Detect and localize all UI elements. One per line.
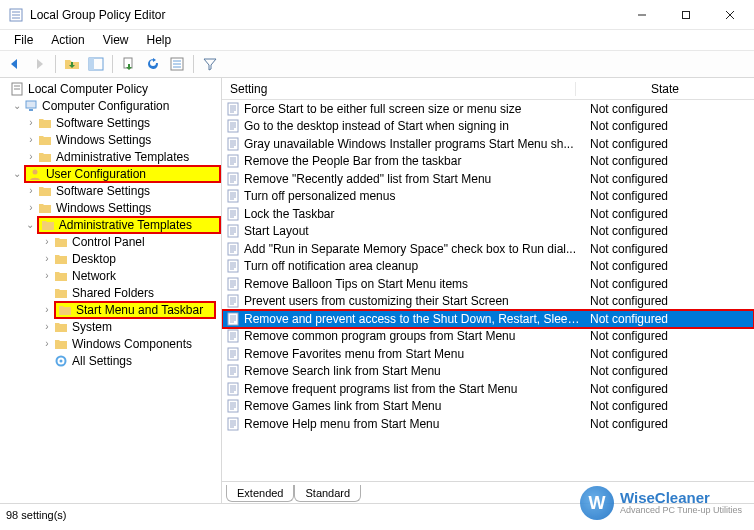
tree-network[interactable]: ›Network bbox=[0, 267, 221, 284]
menu-help[interactable]: Help bbox=[139, 32, 180, 48]
setting-state: Not configured bbox=[580, 347, 754, 361]
back-button[interactable] bbox=[4, 53, 26, 75]
toolbar-separator bbox=[193, 55, 194, 73]
expander-icon[interactable]: ⌄ bbox=[12, 100, 22, 111]
expander-icon[interactable]: › bbox=[42, 270, 52, 281]
list-row[interactable]: Remove frequent programs list from the S… bbox=[222, 380, 754, 398]
list-row[interactable]: Remove the People Bar from the taskbarNo… bbox=[222, 153, 754, 171]
setting-state: Not configured bbox=[580, 172, 754, 186]
filter-button[interactable] bbox=[199, 53, 221, 75]
setting-name: Lock the Taskbar bbox=[244, 207, 580, 221]
setting-state: Not configured bbox=[580, 189, 754, 203]
show-hide-tree-button[interactable] bbox=[85, 53, 107, 75]
maximize-button[interactable] bbox=[664, 1, 708, 29]
tree-user-configuration[interactable]: ⌄ User Configuration bbox=[0, 165, 221, 182]
setting-name: Remove Search link from Start Menu bbox=[244, 364, 580, 378]
expander-icon[interactable]: › bbox=[26, 134, 36, 145]
menu-action[interactable]: Action bbox=[43, 32, 92, 48]
tree-cc-software[interactable]: ›Software Settings bbox=[0, 114, 221, 131]
list-row[interactable]: Remove Search link from Start MenuNot co… bbox=[222, 363, 754, 381]
tree-label: Shared Folders bbox=[71, 286, 155, 300]
column-setting[interactable]: Setting bbox=[222, 82, 576, 96]
tree-label: All Settings bbox=[71, 354, 133, 368]
expander-icon[interactable]: › bbox=[26, 185, 36, 196]
list-row[interactable]: Remove "Recently added" list from Start … bbox=[222, 170, 754, 188]
setting-state: Not configured bbox=[580, 119, 754, 133]
expander-icon[interactable]: › bbox=[42, 321, 52, 332]
tree-uc-software[interactable]: ›Software Settings bbox=[0, 182, 221, 199]
tree-pane[interactable]: Local Computer Policy ⌄ Computer Configu… bbox=[0, 78, 222, 503]
forward-button[interactable] bbox=[28, 53, 50, 75]
tree-desktop[interactable]: ›Desktop bbox=[0, 250, 221, 267]
policy-icon bbox=[226, 137, 240, 151]
expander-icon[interactable]: ⌄ bbox=[12, 168, 22, 179]
list-body[interactable]: Force Start to be either full screen siz… bbox=[222, 100, 754, 481]
expander-icon[interactable]: › bbox=[26, 151, 36, 162]
svg-rect-48 bbox=[228, 190, 238, 202]
tree-cc-admin[interactable]: ›Administrative Templates bbox=[0, 148, 221, 165]
export-button[interactable] bbox=[118, 53, 140, 75]
tab-standard[interactable]: Standard bbox=[294, 485, 361, 502]
menu-view[interactable]: View bbox=[95, 32, 137, 48]
list-row[interactable]: Gray unavailable Windows Installer progr… bbox=[222, 135, 754, 153]
list-row[interactable]: Remove Games link from Start MenuNot con… bbox=[222, 398, 754, 416]
tree-control-panel[interactable]: ›Control Panel bbox=[0, 233, 221, 250]
close-button[interactable] bbox=[708, 1, 752, 29]
expander-icon[interactable]: › bbox=[26, 202, 36, 213]
list-row[interactable]: Remove Help menu from Start MenuNot conf… bbox=[222, 415, 754, 433]
expander-icon[interactable]: › bbox=[42, 304, 52, 315]
setting-name: Go to the desktop instead of Start when … bbox=[244, 119, 580, 133]
tab-extended[interactable]: Extended bbox=[226, 485, 294, 502]
list-row[interactable]: Remove common program groups from Start … bbox=[222, 328, 754, 346]
list-row[interactable]: Remove and prevent access to the Shut Do… bbox=[222, 310, 754, 328]
svg-rect-78 bbox=[228, 295, 238, 307]
list-row[interactable]: Go to the desktop instead of Start when … bbox=[222, 118, 754, 136]
list-row[interactable]: Prevent users from customizing their Sta… bbox=[222, 293, 754, 311]
list-row[interactable]: Remove Balloon Tips on Start Menu itemsN… bbox=[222, 275, 754, 293]
list-row[interactable]: Turn off notification area cleanupNot co… bbox=[222, 258, 754, 276]
menubar: File Action View Help bbox=[0, 30, 754, 50]
policy-icon bbox=[226, 154, 240, 168]
expander-icon[interactable]: › bbox=[42, 253, 52, 264]
menu-file[interactable]: File bbox=[6, 32, 41, 48]
svg-rect-9 bbox=[89, 58, 94, 70]
minimize-button[interactable] bbox=[620, 1, 664, 29]
tree-root[interactable]: Local Computer Policy bbox=[0, 80, 221, 97]
up-button[interactable] bbox=[61, 53, 83, 75]
tree-start-menu-taskbar[interactable]: › Start Menu and Taskbar bbox=[0, 301, 221, 318]
expander-icon[interactable]: › bbox=[26, 117, 36, 128]
list-row[interactable]: Remove Favorites menu from Start MenuNot… bbox=[222, 345, 754, 363]
policy-icon bbox=[226, 259, 240, 273]
policy-icon bbox=[226, 364, 240, 378]
list-row[interactable]: Lock the TaskbarNot configured bbox=[222, 205, 754, 223]
svg-rect-63 bbox=[228, 243, 238, 255]
policy-icon bbox=[226, 102, 240, 116]
list-row[interactable]: Force Start to be either full screen siz… bbox=[222, 100, 754, 118]
properties-button[interactable] bbox=[166, 53, 188, 75]
list-header: Setting State bbox=[222, 78, 754, 100]
policy-icon bbox=[226, 294, 240, 308]
list-pane: Setting State Force Start to be either f… bbox=[222, 78, 754, 503]
svg-rect-38 bbox=[228, 155, 238, 167]
tree-shared-folders[interactable]: ›Shared Folders bbox=[0, 284, 221, 301]
tree-cc-windows[interactable]: ›Windows Settings bbox=[0, 131, 221, 148]
column-state[interactable]: State bbox=[576, 82, 754, 96]
tree-uc-admin[interactable]: ⌄ Administrative Templates bbox=[0, 216, 221, 233]
tree-windows-components[interactable]: ›Windows Components bbox=[0, 335, 221, 352]
list-row[interactable]: Start LayoutNot configured bbox=[222, 223, 754, 241]
expander-icon[interactable]: ⌄ bbox=[26, 219, 35, 230]
setting-name: Remove Help menu from Start Menu bbox=[244, 417, 580, 431]
tree-system[interactable]: ›System bbox=[0, 318, 221, 335]
list-row[interactable]: Add "Run in Separate Memory Space" check… bbox=[222, 240, 754, 258]
tree-label: Desktop bbox=[71, 252, 117, 266]
refresh-button[interactable] bbox=[142, 53, 164, 75]
expander-icon[interactable]: › bbox=[42, 338, 52, 349]
tree-uc-windows[interactable]: ›Windows Settings bbox=[0, 199, 221, 216]
tree-computer-configuration[interactable]: ⌄ Computer Configuration bbox=[0, 97, 221, 114]
expander-icon[interactable]: › bbox=[42, 236, 52, 247]
policy-icon bbox=[226, 382, 240, 396]
tree-label: Network bbox=[71, 269, 117, 283]
list-row[interactable]: Turn off personalized menusNot configure… bbox=[222, 188, 754, 206]
policy-icon bbox=[226, 189, 240, 203]
tree-all-settings[interactable]: ›All Settings bbox=[0, 352, 221, 369]
